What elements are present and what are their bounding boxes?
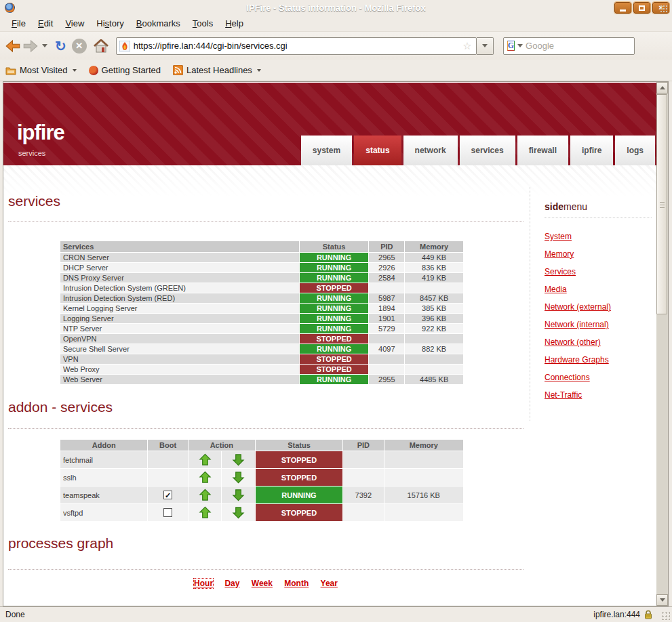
stop-arrow-down-icon[interactable] xyxy=(232,453,245,466)
nav-tab[interactable]: services xyxy=(460,136,515,165)
menu-item[interactable]: History xyxy=(90,16,130,30)
bookmark-most-visited[interactable]: Most Visited xyxy=(5,65,77,75)
stop-action-cell[interactable] xyxy=(222,504,254,521)
scrollbar-thumb[interactable] xyxy=(656,94,667,314)
col-status: Status xyxy=(300,241,369,252)
menu-item[interactable]: Bookmarks xyxy=(130,16,186,30)
service-name: CRON Server xyxy=(60,253,299,262)
maximize-button[interactable] xyxy=(633,2,650,14)
boot-checkbox[interactable] xyxy=(163,508,172,517)
start-action-cell[interactable] xyxy=(189,504,221,521)
url-dropdown-button[interactable] xyxy=(477,37,494,55)
bookmark-latest-headlines[interactable]: Latest Headlines xyxy=(173,65,261,75)
sidemenu-link[interactable]: Media xyxy=(545,285,652,294)
service-memory: 836 KB xyxy=(405,263,463,272)
start-action-cell[interactable] xyxy=(189,469,221,486)
url-bar[interactable]: ☆ xyxy=(116,37,477,55)
boot-checkbox-cell[interactable] xyxy=(148,504,187,521)
status-badge: STOPPED xyxy=(300,354,369,364)
start-arrow-up-icon[interactable] xyxy=(199,506,212,519)
service-name: NTP Server xyxy=(60,324,299,333)
start-arrow-up-icon[interactable] xyxy=(199,471,212,484)
service-name: OpenVPN xyxy=(60,334,299,344)
graph-period-link[interactable]: Month xyxy=(284,579,309,588)
service-memory: 8457 KB xyxy=(405,293,463,303)
graph-period-link[interactable]: Week xyxy=(252,579,273,588)
stop-action-cell[interactable] xyxy=(222,469,254,486)
sidemenu-link[interactable]: Memory xyxy=(545,249,652,259)
service-pid: 1894 xyxy=(369,304,404,313)
service-name: Secure Shell Server xyxy=(60,344,299,354)
sidemenu-link[interactable]: System xyxy=(545,232,652,241)
graph-period-link[interactable]: Year xyxy=(321,579,338,588)
nav-tab[interactable]: firewall xyxy=(517,136,568,165)
search-box[interactable]: G xyxy=(503,37,635,55)
url-input[interactable] xyxy=(134,41,462,51)
graph-period-link[interactable]: Day xyxy=(224,579,239,588)
bookmark-label: Latest Headlines xyxy=(186,65,252,75)
nav-tab[interactable]: logs xyxy=(615,136,655,165)
search-input[interactable] xyxy=(526,41,645,51)
menu-item[interactable]: Help xyxy=(219,16,250,30)
boot-checkbox[interactable] xyxy=(163,491,172,499)
sidebar-divider xyxy=(530,187,530,421)
nav-tab[interactable]: network xyxy=(403,136,458,165)
service-name: DHCP Server xyxy=(60,263,299,272)
scroll-up-button[interactable] xyxy=(656,82,668,94)
scroll-down-button[interactable] xyxy=(656,594,668,606)
vertical-scrollbar[interactable] xyxy=(656,82,668,606)
bookmark-star-icon[interactable]: ☆ xyxy=(462,40,471,52)
history-dropdown-button[interactable] xyxy=(39,36,50,56)
start-action-cell[interactable] xyxy=(189,451,221,468)
sidemenu-link[interactable]: Hardware Graphs xyxy=(545,355,652,365)
status-badge: STOPPED xyxy=(300,365,369,374)
arrow-down-icon xyxy=(660,598,665,602)
service-row: DHCP Server RUNNING 2926 836 KB xyxy=(60,263,463,272)
back-button[interactable] xyxy=(4,36,22,56)
forward-button[interactable] xyxy=(22,36,39,56)
stop-button[interactable]: ✕ xyxy=(68,36,90,56)
addon-services-heading: addon - services xyxy=(8,399,523,415)
sidemenu-link[interactable]: Connections xyxy=(545,373,652,382)
home-button[interactable] xyxy=(94,36,108,56)
boot-checkbox-cell[interactable] xyxy=(148,451,187,468)
search-engine-dropdown-icon[interactable] xyxy=(517,44,523,47)
sidemenu-link[interactable]: Net-Traffic xyxy=(545,390,652,400)
boot-checkbox-cell[interactable] xyxy=(148,469,187,486)
boot-checkbox-cell[interactable] xyxy=(148,486,187,503)
status-badge: STOPPED xyxy=(256,469,342,486)
start-arrow-up-icon[interactable] xyxy=(199,489,212,501)
stop-arrow-down-icon[interactable] xyxy=(232,506,245,519)
side-menu: sidemenu System Memory Services Media Ne… xyxy=(545,201,652,408)
stop-arrow-down-icon[interactable] xyxy=(232,489,245,501)
stop-action-cell[interactable] xyxy=(222,486,254,503)
chevron-down-icon xyxy=(73,69,77,72)
search-engine-icon[interactable]: G xyxy=(507,41,515,51)
stop-action-cell[interactable] xyxy=(222,451,254,468)
menu-item[interactable]: View xyxy=(59,16,90,30)
nav-tab[interactable]: status xyxy=(354,136,401,165)
nav-tab[interactable]: ipfire xyxy=(570,136,613,165)
addon-services-table: Addon Boot Action Status PID Memory fetc xyxy=(60,439,464,522)
nav-tab[interactable]: system xyxy=(301,136,352,165)
col-boot: Boot xyxy=(148,440,187,451)
sidemenu-link[interactable]: Network (internal) xyxy=(545,320,652,329)
col-addon: Addon xyxy=(60,440,147,451)
menu-item[interactable]: Edit xyxy=(32,16,59,30)
start-action-cell[interactable] xyxy=(189,486,221,503)
reload-button[interactable]: ↻ xyxy=(53,36,68,56)
sidemenu-link[interactable]: Network (external) xyxy=(545,302,652,312)
service-row: Web Server RUNNING 2955 4485 KB xyxy=(60,375,463,384)
menu-item[interactable]: File xyxy=(5,16,32,30)
stop-arrow-down-icon[interactable] xyxy=(232,471,245,484)
sidemenu-link[interactable]: Network (other) xyxy=(545,337,652,347)
graph-period-link[interactable]: Hour xyxy=(194,579,213,588)
minimize-button[interactable] xyxy=(614,2,631,14)
menu-item[interactable]: Tools xyxy=(186,16,219,30)
resize-grip[interactable] xyxy=(661,611,670,620)
lock-icon[interactable] xyxy=(644,610,653,619)
bookmark-getting-started[interactable]: Getting Started xyxy=(89,65,161,75)
sidemenu-link[interactable]: Services xyxy=(545,267,652,276)
status-host: ipfire.lan:444 xyxy=(593,610,640,619)
start-arrow-up-icon[interactable] xyxy=(199,453,212,466)
